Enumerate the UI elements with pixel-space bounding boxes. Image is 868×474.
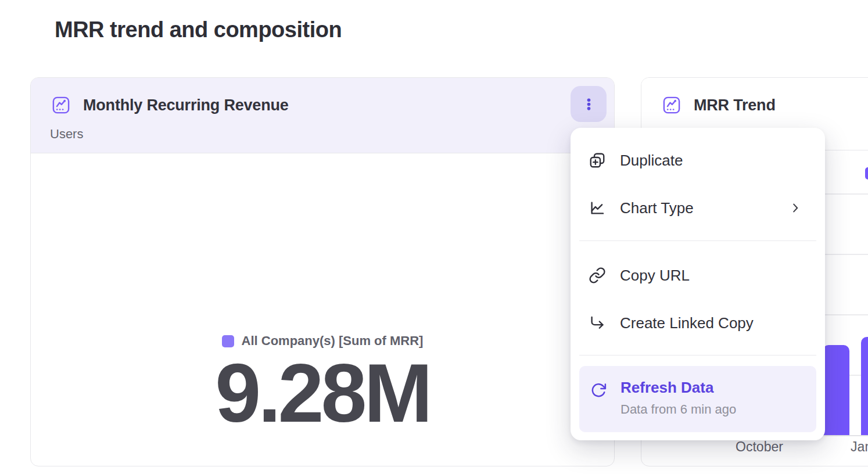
combo-chart-icon	[51, 95, 71, 115]
refresh-data-label: Refresh Data	[620, 379, 713, 397]
menu-divider	[579, 355, 816, 356]
menu-item-label: Duplicate	[620, 152, 683, 170]
menu-item-duplicate[interactable]: Duplicate	[571, 137, 825, 184]
mrr-card-subtitle: Users	[50, 127, 83, 142]
mrr-card-header: Monthly Recurring Revenue Users	[31, 78, 614, 153]
line-chart-icon	[589, 199, 606, 217]
menu-item-label: Copy URL	[620, 267, 690, 285]
menu-item-label: Create Linked Copy	[620, 314, 754, 332]
menu-item-create-linked-copy[interactable]: Create Linked Copy	[571, 299, 825, 347]
context-menu: Duplicate Chart Type	[571, 128, 825, 440]
corner-down-right-arrow-icon	[589, 314, 606, 332]
trend-x-label: January	[851, 439, 868, 455]
page-title: MRR trend and composition	[55, 17, 342, 42]
kebab-vertical-icon	[581, 96, 597, 112]
card-menu-button[interactable]	[571, 86, 607, 122]
mrr-card-title: Monthly Recurring Revenue	[83, 96, 289, 114]
trend-x-label: October	[736, 439, 783, 455]
menu-item-copy-url[interactable]: Copy URL	[571, 251, 825, 300]
trend-bar-january[interactable]	[861, 337, 868, 435]
menu-item-chart-type[interactable]: Chart Type	[571, 184, 825, 232]
duplicate-plus-icon	[589, 152, 606, 169]
trend-bar-december[interactable]	[823, 345, 849, 435]
menu-item-refresh-data[interactable]: Refresh Data Data from 6 min ago	[579, 366, 816, 432]
refresh-data-timestamp: Data from 6 min ago	[620, 402, 736, 417]
refresh-circular-arrow-icon	[590, 382, 607, 399]
link-icon	[589, 267, 606, 284]
chevron-right-icon	[789, 202, 802, 214]
menu-divider	[579, 240, 816, 241]
legend-swatch	[222, 335, 234, 347]
dashboard-page: MRR trend and composition Monthly Recurr…	[0, 0, 868, 474]
menu-item-label: Chart Type	[620, 199, 694, 217]
mrr-card: Monthly Recurring Revenue Users All Comp…	[30, 77, 615, 466]
big-number-value: 9.28M	[31, 352, 614, 435]
